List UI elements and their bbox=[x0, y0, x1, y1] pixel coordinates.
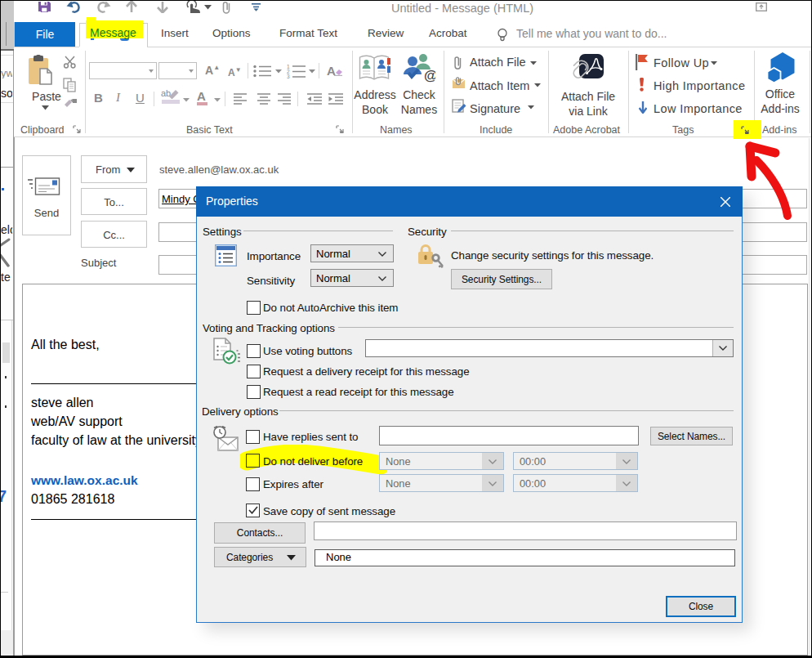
svg-text:3: 3 bbox=[287, 74, 290, 78]
svg-text:@: @ bbox=[424, 68, 435, 83]
